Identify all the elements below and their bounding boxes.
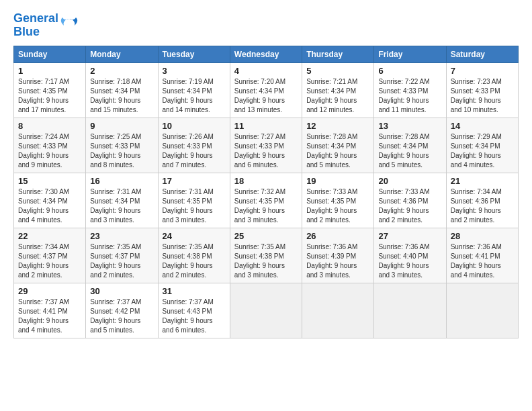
day-cell: 30Sunrise: 7:37 AM Sunset: 4:42 PM Dayli…: [86, 283, 158, 338]
day-info: Sunrise: 7:35 AM Sunset: 4:38 PM Dayligh…: [234, 242, 298, 280]
day-number: 7: [451, 66, 514, 76]
col-sunday: Sunday: [14, 46, 86, 62]
day-number: 24: [163, 231, 226, 241]
day-info: Sunrise: 7:32 AM Sunset: 4:35 PM Dayligh…: [234, 187, 298, 225]
day-info: Sunrise: 7:19 AM Sunset: 4:34 PM Dayligh…: [163, 77, 226, 115]
day-cell: [230, 283, 302, 338]
logo-bird-icon: [60, 16, 79, 35]
day-info: Sunrise: 7:29 AM Sunset: 4:34 PM Dayligh…: [451, 132, 514, 170]
day-info: Sunrise: 7:23 AM Sunset: 4:33 PM Dayligh…: [451, 77, 514, 115]
col-monday: Monday: [86, 46, 158, 62]
day-cell: 2Sunrise: 7:18 AM Sunset: 4:34 PM Daylig…: [86, 62, 158, 118]
day-number: 8: [18, 121, 81, 131]
day-info: Sunrise: 7:36 AM Sunset: 4:40 PM Dayligh…: [378, 242, 441, 280]
calendar-table: Sunday Monday Tuesday Wednesday Thursday…: [13, 46, 519, 338]
day-cell: 16Sunrise: 7:31 AM Sunset: 4:34 PM Dayli…: [86, 173, 158, 228]
day-cell: 12Sunrise: 7:28 AM Sunset: 4:34 PM Dayli…: [302, 118, 374, 173]
day-info: Sunrise: 7:20 AM Sunset: 4:34 PM Dayligh…: [234, 77, 298, 115]
day-cell: [446, 283, 518, 338]
day-cell: 14Sunrise: 7:29 AM Sunset: 4:34 PM Dayli…: [446, 118, 518, 173]
day-number: 22: [18, 231, 81, 241]
day-info: Sunrise: 7:37 AM Sunset: 4:43 PM Dayligh…: [163, 298, 226, 335]
day-number: 25: [234, 231, 298, 241]
page: General Blue Sunday Monday Tuesday Wedne…: [0, 0, 532, 345]
day-cell: [374, 283, 446, 338]
day-info: Sunrise: 7:31 AM Sunset: 4:35 PM Dayligh…: [163, 187, 226, 225]
day-cell: 6Sunrise: 7:22 AM Sunset: 4:33 PM Daylig…: [374, 62, 446, 118]
day-cell: 26Sunrise: 7:36 AM Sunset: 4:39 PM Dayli…: [302, 228, 374, 283]
day-info: Sunrise: 7:33 AM Sunset: 4:36 PM Dayligh…: [378, 187, 441, 225]
day-number: 11: [234, 121, 298, 131]
day-cell: 21Sunrise: 7:34 AM Sunset: 4:36 PM Dayli…: [446, 173, 518, 228]
day-info: Sunrise: 7:25 AM Sunset: 4:33 PM Dayligh…: [90, 132, 153, 170]
day-number: 23: [90, 231, 153, 241]
day-info: Sunrise: 7:30 AM Sunset: 4:34 PM Dayligh…: [18, 187, 81, 225]
col-saturday: Saturday: [446, 46, 518, 62]
day-cell: 4Sunrise: 7:20 AM Sunset: 4:34 PM Daylig…: [230, 62, 302, 118]
week-row-5: 29Sunrise: 7:37 AM Sunset: 4:41 PM Dayli…: [14, 283, 519, 338]
day-info: Sunrise: 7:37 AM Sunset: 4:42 PM Dayligh…: [90, 298, 153, 335]
day-cell: 25Sunrise: 7:35 AM Sunset: 4:38 PM Dayli…: [230, 228, 302, 283]
header-row: Sunday Monday Tuesday Wednesday Thursday…: [14, 46, 519, 62]
day-cell: 15Sunrise: 7:30 AM Sunset: 4:34 PM Dayli…: [14, 173, 86, 228]
col-friday: Friday: [374, 46, 446, 62]
day-cell: 23Sunrise: 7:35 AM Sunset: 4:37 PM Dayli…: [86, 228, 158, 283]
day-number: 19: [306, 176, 369, 186]
day-number: 15: [18, 176, 81, 186]
day-info: Sunrise: 7:36 AM Sunset: 4:39 PM Dayligh…: [306, 242, 369, 280]
day-info: Sunrise: 7:28 AM Sunset: 4:34 PM Dayligh…: [378, 132, 441, 170]
day-info: Sunrise: 7:35 AM Sunset: 4:38 PM Dayligh…: [163, 242, 226, 280]
header: General Blue: [13, 12, 519, 39]
day-info: Sunrise: 7:21 AM Sunset: 4:34 PM Dayligh…: [306, 77, 369, 115]
day-number: 21: [451, 176, 514, 186]
day-info: Sunrise: 7:27 AM Sunset: 4:33 PM Dayligh…: [234, 132, 298, 170]
day-cell: 31Sunrise: 7:37 AM Sunset: 4:43 PM Dayli…: [158, 283, 230, 338]
day-cell: 1Sunrise: 7:17 AM Sunset: 4:35 PM Daylig…: [14, 62, 86, 118]
day-cell: 11Sunrise: 7:27 AM Sunset: 4:33 PM Dayli…: [230, 118, 302, 173]
day-number: 29: [18, 286, 81, 296]
day-number: 17: [163, 176, 226, 186]
day-number: 12: [306, 121, 369, 131]
day-cell: 29Sunrise: 7:37 AM Sunset: 4:41 PM Dayli…: [14, 283, 86, 338]
day-info: Sunrise: 7:17 AM Sunset: 4:35 PM Dayligh…: [18, 77, 81, 115]
day-info: Sunrise: 7:35 AM Sunset: 4:37 PM Dayligh…: [90, 242, 153, 280]
col-tuesday: Tuesday: [158, 46, 230, 62]
day-number: 18: [234, 176, 298, 186]
day-cell: 27Sunrise: 7:36 AM Sunset: 4:40 PM Dayli…: [374, 228, 446, 283]
day-info: Sunrise: 7:24 AM Sunset: 4:33 PM Dayligh…: [18, 132, 81, 170]
day-number: 20: [378, 176, 441, 186]
day-info: Sunrise: 7:22 AM Sunset: 4:33 PM Dayligh…: [378, 77, 441, 115]
day-number: 9: [90, 121, 153, 131]
day-info: Sunrise: 7:18 AM Sunset: 4:34 PM Dayligh…: [90, 77, 153, 115]
day-cell: 10Sunrise: 7:26 AM Sunset: 4:33 PM Dayli…: [158, 118, 230, 173]
day-cell: 18Sunrise: 7:32 AM Sunset: 4:35 PM Dayli…: [230, 173, 302, 228]
day-cell: 3Sunrise: 7:19 AM Sunset: 4:34 PM Daylig…: [158, 62, 230, 118]
day-number: 16: [90, 176, 153, 186]
day-cell: 24Sunrise: 7:35 AM Sunset: 4:38 PM Dayli…: [158, 228, 230, 283]
logo-text2: Blue: [13, 26, 58, 39]
day-number: 13: [378, 121, 441, 131]
day-info: Sunrise: 7:36 AM Sunset: 4:41 PM Dayligh…: [451, 242, 514, 280]
day-cell: 13Sunrise: 7:28 AM Sunset: 4:34 PM Dayli…: [374, 118, 446, 173]
day-number: 6: [378, 66, 441, 76]
day-number: 3: [163, 66, 226, 76]
week-row-1: 1Sunrise: 7:17 AM Sunset: 4:35 PM Daylig…: [14, 62, 519, 118]
logo-text: General: [13, 12, 58, 26]
day-cell: 7Sunrise: 7:23 AM Sunset: 4:33 PM Daylig…: [446, 62, 518, 118]
week-row-3: 15Sunrise: 7:30 AM Sunset: 4:34 PM Dayli…: [14, 173, 519, 228]
day-number: 27: [378, 231, 441, 241]
day-number: 4: [234, 66, 298, 76]
day-info: Sunrise: 7:34 AM Sunset: 4:37 PM Dayligh…: [18, 242, 81, 280]
week-row-4: 22Sunrise: 7:34 AM Sunset: 4:37 PM Dayli…: [14, 228, 519, 283]
day-number: 31: [163, 286, 226, 296]
day-cell: 8Sunrise: 7:24 AM Sunset: 4:33 PM Daylig…: [14, 118, 86, 173]
day-number: 30: [90, 286, 153, 296]
day-info: Sunrise: 7:37 AM Sunset: 4:41 PM Dayligh…: [18, 298, 81, 335]
day-info: Sunrise: 7:26 AM Sunset: 4:33 PM Dayligh…: [163, 132, 226, 170]
week-row-2: 8Sunrise: 7:24 AM Sunset: 4:33 PM Daylig…: [14, 118, 519, 173]
day-info: Sunrise: 7:33 AM Sunset: 4:35 PM Dayligh…: [306, 187, 369, 225]
day-number: 1: [18, 66, 81, 76]
day-cell: 22Sunrise: 7:34 AM Sunset: 4:37 PM Dayli…: [14, 228, 86, 283]
day-number: 14: [451, 121, 514, 131]
day-info: Sunrise: 7:28 AM Sunset: 4:34 PM Dayligh…: [306, 132, 369, 170]
